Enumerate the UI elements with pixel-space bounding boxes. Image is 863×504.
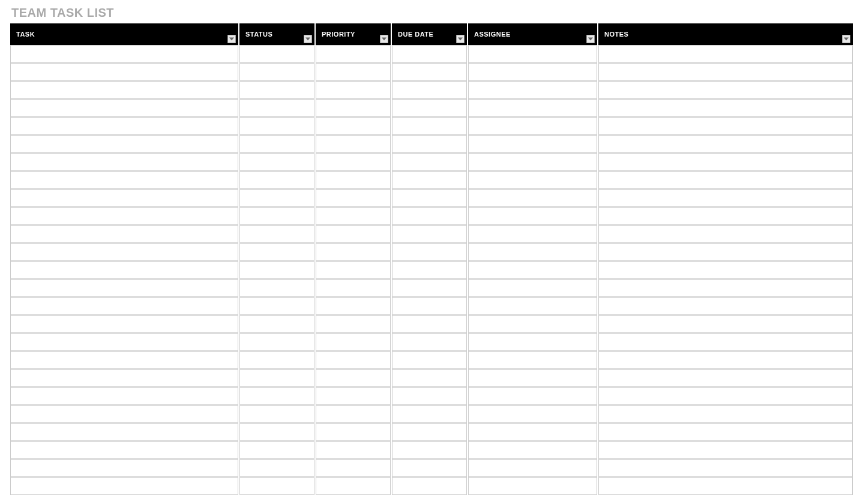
- cell-notes[interactable]: [598, 387, 853, 405]
- cell-priority[interactable]: [316, 207, 391, 225]
- cell-due_date[interactable]: [392, 477, 467, 495]
- cell-assignee[interactable]: [468, 45, 597, 63]
- cell-task[interactable]: [10, 99, 238, 117]
- cell-due_date[interactable]: [392, 423, 467, 441]
- cell-priority[interactable]: [316, 189, 391, 207]
- cell-due_date[interactable]: [392, 351, 467, 369]
- cell-notes[interactable]: [598, 189, 853, 207]
- cell-priority[interactable]: [316, 81, 391, 99]
- cell-assignee[interactable]: [468, 477, 597, 495]
- cell-status[interactable]: [239, 45, 314, 63]
- cell-notes[interactable]: [598, 243, 853, 261]
- cell-assignee[interactable]: [468, 351, 597, 369]
- cell-task[interactable]: [10, 243, 238, 261]
- cell-priority[interactable]: [316, 135, 391, 153]
- cell-status[interactable]: [239, 333, 314, 351]
- cell-notes[interactable]: [598, 351, 853, 369]
- cell-notes[interactable]: [598, 45, 853, 63]
- cell-due_date[interactable]: [392, 171, 467, 189]
- cell-due_date[interactable]: [392, 387, 467, 405]
- cell-assignee[interactable]: [468, 153, 597, 171]
- cell-due_date[interactable]: [392, 207, 467, 225]
- cell-notes[interactable]: [598, 63, 853, 81]
- cell-notes[interactable]: [598, 279, 853, 297]
- cell-priority[interactable]: [316, 387, 391, 405]
- cell-due_date[interactable]: [392, 135, 467, 153]
- cell-assignee[interactable]: [468, 459, 597, 477]
- cell-notes[interactable]: [598, 117, 853, 135]
- cell-notes[interactable]: [598, 423, 853, 441]
- cell-due_date[interactable]: [392, 243, 467, 261]
- cell-notes[interactable]: [598, 315, 853, 333]
- cell-status[interactable]: [239, 441, 314, 459]
- cell-assignee[interactable]: [468, 441, 597, 459]
- cell-due_date[interactable]: [392, 441, 467, 459]
- cell-task[interactable]: [10, 441, 238, 459]
- cell-priority[interactable]: [316, 297, 391, 315]
- cell-assignee[interactable]: [468, 405, 597, 423]
- cell-due_date[interactable]: [392, 225, 467, 243]
- cell-status[interactable]: [239, 261, 314, 279]
- cell-notes[interactable]: [598, 261, 853, 279]
- cell-due_date[interactable]: [392, 189, 467, 207]
- cell-due_date[interactable]: [392, 369, 467, 387]
- cell-priority[interactable]: [316, 405, 391, 423]
- cell-status[interactable]: [239, 405, 314, 423]
- cell-assignee[interactable]: [468, 423, 597, 441]
- cell-status[interactable]: [239, 243, 314, 261]
- cell-due_date[interactable]: [392, 297, 467, 315]
- cell-status[interactable]: [239, 207, 314, 225]
- cell-task[interactable]: [10, 117, 238, 135]
- cell-notes[interactable]: [598, 99, 853, 117]
- cell-task[interactable]: [10, 171, 238, 189]
- cell-status[interactable]: [239, 477, 314, 495]
- cell-status[interactable]: [239, 135, 314, 153]
- cell-status[interactable]: [239, 81, 314, 99]
- cell-due_date[interactable]: [392, 81, 467, 99]
- cell-assignee[interactable]: [468, 99, 597, 117]
- cell-task[interactable]: [10, 225, 238, 243]
- cell-assignee[interactable]: [468, 225, 597, 243]
- cell-notes[interactable]: [598, 441, 853, 459]
- cell-priority[interactable]: [316, 225, 391, 243]
- cell-task[interactable]: [10, 477, 238, 495]
- cell-due_date[interactable]: [392, 99, 467, 117]
- cell-task[interactable]: [10, 387, 238, 405]
- cell-due_date[interactable]: [392, 315, 467, 333]
- cell-task[interactable]: [10, 63, 238, 81]
- cell-priority[interactable]: [316, 333, 391, 351]
- cell-assignee[interactable]: [468, 315, 597, 333]
- cell-notes[interactable]: [598, 171, 853, 189]
- cell-status[interactable]: [239, 315, 314, 333]
- cell-status[interactable]: [239, 279, 314, 297]
- cell-assignee[interactable]: [468, 63, 597, 81]
- cell-status[interactable]: [239, 153, 314, 171]
- cell-notes[interactable]: [598, 459, 853, 477]
- cell-assignee[interactable]: [468, 279, 597, 297]
- cell-notes[interactable]: [598, 225, 853, 243]
- cell-assignee[interactable]: [468, 207, 597, 225]
- cell-assignee[interactable]: [468, 81, 597, 99]
- cell-task[interactable]: [10, 333, 238, 351]
- cell-status[interactable]: [239, 423, 314, 441]
- cell-priority[interactable]: [316, 423, 391, 441]
- cell-task[interactable]: [10, 135, 238, 153]
- cell-task[interactable]: [10, 297, 238, 315]
- cell-due_date[interactable]: [392, 261, 467, 279]
- cell-assignee[interactable]: [468, 117, 597, 135]
- cell-task[interactable]: [10, 369, 238, 387]
- cell-status[interactable]: [239, 99, 314, 117]
- cell-notes[interactable]: [598, 81, 853, 99]
- cell-notes[interactable]: [598, 207, 853, 225]
- cell-task[interactable]: [10, 189, 238, 207]
- cell-notes[interactable]: [598, 369, 853, 387]
- filter-dropdown-icon[interactable]: [586, 35, 595, 43]
- cell-priority[interactable]: [316, 45, 391, 63]
- cell-due_date[interactable]: [392, 279, 467, 297]
- cell-status[interactable]: [239, 117, 314, 135]
- cell-assignee[interactable]: [468, 387, 597, 405]
- cell-notes[interactable]: [598, 405, 853, 423]
- cell-priority[interactable]: [316, 477, 391, 495]
- cell-status[interactable]: [239, 369, 314, 387]
- cell-due_date[interactable]: [392, 63, 467, 81]
